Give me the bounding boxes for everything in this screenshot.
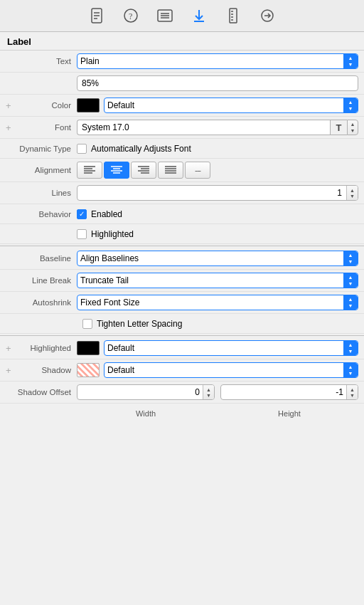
baseline-select-wrapper[interactable]: Align Baselines ▲ ▼ [77,251,358,266]
shadow-height-stepper[interactable]: ▲ ▼ [346,385,358,399]
baseline-select[interactable]: Align Baselines [77,251,342,265]
font-T-button[interactable]: T [330,120,347,135]
shadow-offset-label: Shadow Offset [6,388,77,396]
highlighted-checkbox[interactable] [77,229,87,239]
tighten-row: Tighten Letter Spacing [0,314,364,334]
shadow-height-input[interactable] [221,385,346,399]
dynamic-type-checkbox[interactable] [77,144,87,154]
enabled-checkbox-label: Enabled [91,209,122,219]
color-prefix: + [6,100,17,111]
lines-input[interactable] [77,186,346,200]
color-stepper[interactable]: ▲ ▼ [343,98,358,112]
help-icon[interactable]: ? [122,7,139,24]
dynamic-type-row: Dynamic Type Automatically Adjusts Font [0,139,364,159]
shadow-height-wrapper: ▲ ▼ [220,384,358,400]
height-label: Height [220,409,358,418]
download-icon[interactable] [191,7,208,24]
arrow-right-icon[interactable] [259,7,276,24]
text-select[interactable]: Plain [77,54,342,68]
shadow-prefix: + [6,365,17,376]
text-row: Text Plain ▲ ▼ [0,51,364,73]
highlighted-cb-row: Highlighted [77,229,134,239]
shadow-stepper[interactable]: ▲ ▼ [343,363,358,377]
alignment-label: Alignment [6,166,77,174]
align-justified-button[interactable] [158,162,183,179]
offset-labels-row: Width Height [0,404,364,424]
color-select-wrapper[interactable]: Default ▲ ▼ [104,98,358,113]
svg-rect-11 [230,9,237,23]
shadow-offset-inputs: ▲ ▼ ▲ ▼ [77,384,358,400]
highlighted-color-row: + Highlighted Default ▲ ▼ [0,337,364,359]
percent-input[interactable] [77,75,358,91]
baseline-row: Baseline Align Baselines ▲ ▼ [0,248,364,270]
lines-stepper[interactable]: ▲ ▼ [346,186,358,200]
color-label: Color [17,101,77,110]
alignment-row: Alignment [0,159,364,182]
tighten-cb-row: Tighten Letter Spacing [82,319,182,329]
shadow-label: Shadow [17,366,77,374]
shadow-width-stepper[interactable]: ▲ ▼ [203,385,214,399]
autoshrink-stepper[interactable]: ▲ ▼ [343,295,358,310]
list-icon[interactable] [156,7,173,24]
enabled-checkbox[interactable] [77,209,87,219]
linebreak-select-wrapper[interactable]: Truncate Tail ▲ ▼ [77,273,358,288]
lines-input-wrapper: ▲ ▼ [77,185,358,201]
highlighted-color-swatch[interactable] [77,341,100,355]
shadow-select[interactable]: Default [105,363,342,377]
color-swatch[interactable] [77,98,100,112]
baseline-label: Baseline [6,254,77,263]
highlighted-checkbox-label: Highlighted [91,229,134,239]
shadow-width-wrapper: ▲ ▼ [77,384,215,400]
dynamic-type-checkbox-label: Automatically Adjusts Font [91,144,191,154]
lines-row: Lines ▲ ▼ [0,182,364,204]
align-left-button[interactable] [77,162,102,179]
text-select-wrapper[interactable]: Plain ▲ ▼ [77,53,358,69]
toolbar: ? [0,0,364,32]
properties-panel: Text Plain ▲ ▼ + Color Default ▲ [0,51,364,424]
offset-labels: Width Height [77,409,358,418]
percent-row [0,73,364,95]
width-label: Width [77,409,215,418]
document-icon[interactable] [88,7,105,24]
behavior-enabled-row: Behavior Enabled [0,204,364,224]
text-label: Text [6,57,77,65]
section-title: Label [0,32,364,51]
shadow-select-wrapper[interactable]: Default ▲ ▼ [104,362,358,378]
tighten-checkbox-label: Tighten Letter Spacing [97,319,182,329]
linebreak-select[interactable]: Truncate Tail [77,273,342,288]
linebreak-stepper[interactable]: ▲ ▼ [343,273,358,288]
autoshrink-select-wrapper[interactable]: Fixed Font Size ▲ ▼ [77,295,358,310]
font-label: Font [17,123,77,132]
enabled-cb-row: Enabled [77,209,122,219]
autoshrink-row: Autoshrink Fixed Font Size ▲ ▼ [0,292,364,314]
tighten-checkbox[interactable] [82,319,92,329]
align-natural-button[interactable]: --- [185,162,210,179]
baseline-stepper[interactable]: ▲ ▼ [343,251,358,265]
dynamic-type-cb-row: Automatically Adjusts Font [77,144,191,154]
align-right-button[interactable] [131,162,156,179]
color-row: + Color Default ▲ ▼ [0,95,364,117]
alignment-group: --- [77,162,210,179]
align-center-button[interactable] [104,162,129,179]
lines-label: Lines [6,189,77,197]
divider-1 [0,246,364,246]
shadow-width-input[interactable] [77,385,203,399]
shadow-swatch[interactable] [77,363,100,377]
ruler-icon[interactable] [225,7,242,24]
behavior-label: Behavior [6,210,77,219]
color-select[interactable]: Default [105,98,342,112]
autoshrink-select[interactable]: Fixed Font Size [77,295,342,310]
svg-text:?: ? [129,11,132,21]
shadow-row: + Shadow Default ▲ ▼ [0,359,364,382]
linebreak-label: Line Break [6,276,77,285]
font-input[interactable] [77,120,330,135]
linebreak-row: Line Break Truncate Tail ▲ ▼ [0,270,364,292]
highlighted-color-stepper[interactable]: ▲ ▼ [343,341,358,355]
shadow-offset-row: Shadow Offset ▲ ▼ ▲ ▼ [0,382,364,404]
font-stepper[interactable]: ▲ ▼ [347,120,358,135]
highlighted-color-select-wrapper[interactable]: Default ▲ ▼ [104,340,358,356]
text-stepper[interactable]: ▲ ▼ [343,54,358,68]
font-row: + Font T ▲ ▼ [0,117,364,139]
highlighted-color-select[interactable]: Default [105,341,342,355]
dynamic-type-label: Dynamic Type [6,144,77,153]
